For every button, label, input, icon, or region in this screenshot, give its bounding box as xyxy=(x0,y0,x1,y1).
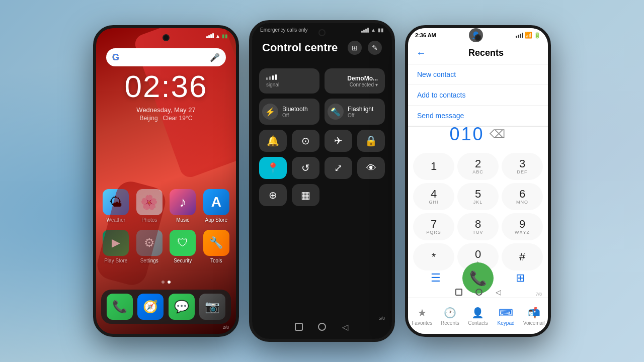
cc-airplane-tile[interactable]: ✈ xyxy=(325,130,352,152)
phone-dock-icon: 📞 xyxy=(107,294,133,320)
cc-bell-tile[interactable]: 🔔 xyxy=(259,130,287,152)
appstore-icon: A xyxy=(203,189,229,215)
camera-dock-icon: 📷 xyxy=(199,294,225,320)
back-button[interactable]: ← xyxy=(416,47,426,59)
tab-favorites[interactable]: ★ Favorites xyxy=(408,298,436,334)
weather-label: Weather xyxy=(106,217,125,223)
cc-rotate-tile[interactable]: ↺ xyxy=(292,157,319,179)
phone3-battery-icon: 🔋 xyxy=(534,32,541,39)
cc-record-tile[interactable]: ⊙ xyxy=(292,130,319,152)
mic-icon: 🎤 xyxy=(210,53,220,62)
page-dot-1 xyxy=(162,281,165,284)
app-icon-photos[interactable]: 🌸 Photos xyxy=(135,189,165,223)
app-icon-tools[interactable]: 🔧 Tools xyxy=(202,230,231,263)
dial-key-5[interactable]: 5 JKL xyxy=(457,183,499,210)
tab-contacts[interactable]: 👤 Contacts xyxy=(464,298,492,334)
app-icon-weather[interactable]: 🌤 Weather xyxy=(101,189,131,223)
cc-network-status: Connected xyxy=(350,82,374,87)
dock-messages[interactable]: 💬 xyxy=(167,294,196,320)
clock-widget: 02:36 Wednesday, May 27 Beijing Clear 19… xyxy=(96,68,236,122)
dial-key-2[interactable]: 2 ABC xyxy=(457,153,499,180)
app-icon-playstore[interactable]: ▶ Play Store xyxy=(101,230,131,263)
contacts-icon: 👤 xyxy=(471,307,484,319)
dial-key-3[interactable]: 3 DEF xyxy=(502,153,543,180)
dial-key-6[interactable]: 6 MNO xyxy=(502,183,543,210)
cc-grid-tile[interactable]: ▦ xyxy=(292,184,319,206)
app-grid: 🌤 Weather 🌸 Photos ♪ Music A App Store xyxy=(101,189,231,263)
bluetooth-status: Off xyxy=(282,113,308,118)
new-contact-item[interactable]: New contact xyxy=(408,64,548,85)
nav-square-btn[interactable] xyxy=(295,323,303,331)
dial-key-8[interactable]: 8 TUV xyxy=(457,213,499,240)
app-icon-appstore[interactable]: A App Store xyxy=(202,189,231,223)
cc-eye-tile[interactable]: 👁 xyxy=(357,157,385,179)
tab-recents[interactable]: 🕐 Recents xyxy=(436,298,464,334)
safari-dock-icon: 🧭 xyxy=(137,294,164,320)
phone3-status-icons: 📶 🔋 xyxy=(516,32,541,39)
nav-home-btn[interactable] xyxy=(318,323,326,331)
dock-safari[interactable]: 🧭 xyxy=(136,294,166,320)
send-message-item[interactable]: Send message xyxy=(408,106,548,126)
phone1-page-counter: 2/8 xyxy=(222,325,229,330)
phone2-screen: Emergency calls only ▲ ▮▮ Control centre xyxy=(252,23,392,339)
tab-keypad[interactable]: ⌨ Keypad xyxy=(492,298,520,334)
cc-location-tile[interactable]: 📍 xyxy=(259,157,287,179)
app-icon-settings[interactable]: ⚙ Settings xyxy=(135,230,165,263)
phone1-screen: ▲ ▮▮ G 🎤 02:36 Wednesday, May 27 Beijing… xyxy=(96,28,236,334)
search-bar[interactable]: G 🎤 xyxy=(106,48,226,66)
nav3-square[interactable] xyxy=(455,289,462,296)
backspace-button[interactable]: ⌫ xyxy=(490,128,507,141)
recents-tab-label: Recents xyxy=(441,320,459,326)
phone3-screen: 2:36 AM 👤 📶 🔋 ← Rec xyxy=(408,28,548,334)
tools-label: Tools xyxy=(210,258,222,263)
flashlight-status: Off xyxy=(348,113,373,118)
photos-label: Photos xyxy=(141,217,157,223)
bell-icon: 🔔 xyxy=(267,135,279,147)
dock-phone[interactable]: 📞 xyxy=(105,294,134,320)
voicemail-icon: 📬 xyxy=(528,307,540,319)
dialer-header: ← Recents xyxy=(408,42,548,64)
dial-key-9[interactable]: 9 WXYZ xyxy=(502,213,543,240)
dial-key-1[interactable]: 1 xyxy=(413,153,454,180)
flashlight-icon: 🔦 xyxy=(331,107,341,117)
expand-icon: ⤢ xyxy=(334,162,343,174)
phone3-time: 2:36 AM xyxy=(415,32,436,38)
nav-back-btn[interactable]: ◁ xyxy=(341,323,349,331)
dial-key-4[interactable]: 4 GHI xyxy=(413,183,454,210)
cc-signal-tile[interactable]: signal xyxy=(259,68,319,94)
dial-key-7[interactable]: 7 PQRS xyxy=(413,213,454,240)
cc-flashlight-tile[interactable]: 🔦 Flashlight Off xyxy=(325,99,385,125)
cc-grid: signal DemoMo... Connected ▾ ⚡ xyxy=(259,68,385,206)
dialed-number: 010 xyxy=(449,124,484,145)
tools-icon: 🔧 xyxy=(203,230,229,256)
music-label: Music xyxy=(176,217,189,223)
cc-add-tile[interactable]: ⊕ xyxy=(259,184,287,206)
phone3-signal xyxy=(516,33,523,38)
cc-grid-icon[interactable]: ⊞ xyxy=(348,41,362,55)
phone2-page-counter: 5/8 xyxy=(378,316,385,321)
keypad-icon: ⌨ xyxy=(499,307,513,319)
cc-header: Control centre ⊞ ✎ xyxy=(252,41,392,55)
contacts-list-btn[interactable]: ☰ xyxy=(423,265,448,291)
cc-expand-tile[interactable]: ⤢ xyxy=(325,157,352,179)
cc-header-icons: ⊞ ✎ xyxy=(348,41,382,55)
page-indicator xyxy=(96,281,236,284)
wifi-icon: ▲ xyxy=(215,33,220,39)
dock-camera[interactable]: 📷 xyxy=(198,294,227,320)
page-dot-2 xyxy=(168,281,171,284)
add-to-contacts-item[interactable]: Add to contacts xyxy=(408,85,548,106)
cc-bluetooth-tile[interactable]: ⚡ Bluetooth Off xyxy=(259,99,319,125)
cc-network-tile[interactable]: DemoMo... Connected ▾ xyxy=(325,68,385,94)
nav3-back[interactable]: ◁ xyxy=(496,288,501,296)
cc-edit-icon[interactable]: ✎ xyxy=(368,41,382,55)
favorites-label: Favorites xyxy=(412,320,432,326)
app-icon-security[interactable]: 🛡 Security xyxy=(168,230,198,263)
add-icon: ⊕ xyxy=(269,189,277,201)
tab-voicemail[interactable]: 📬 Voicemail xyxy=(520,298,548,334)
app-icon-music[interactable]: ♪ Music xyxy=(168,189,198,223)
cc-lock-tile[interactable]: 🔒 xyxy=(357,130,385,152)
nav3-home[interactable] xyxy=(475,289,482,296)
google-logo: G xyxy=(112,52,119,63)
dialpad-grid-btn[interactable]: ⊞ xyxy=(508,265,533,291)
eye-icon: 👁 xyxy=(366,162,376,174)
